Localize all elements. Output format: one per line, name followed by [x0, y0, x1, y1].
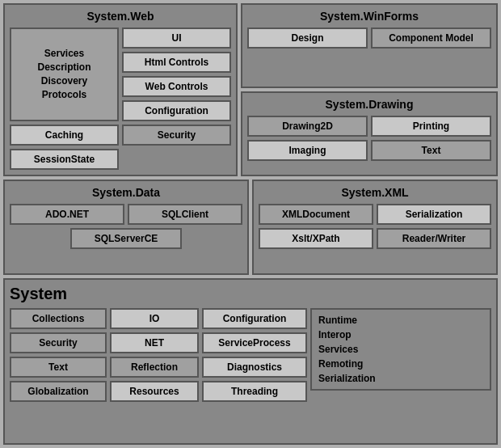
adonet-cell: ADO.NET — [10, 204, 124, 225]
system-data-panel: System.Data ADO.NET SQLClient SQLServerC… — [3, 180, 249, 275]
system-winforms-panel: System.WinForms Design Component Model — [241, 3, 498, 88]
security-cell-sys: Security — [10, 332, 107, 353]
printing-cell: Printing — [371, 116, 491, 137]
system-title: System — [10, 285, 491, 303]
system-drawing-panel: System.Drawing Drawing2D Printing Imagin… — [241, 91, 498, 176]
text-cell-sys: Text — [10, 357, 107, 378]
threading-cell: Threading — [202, 381, 307, 402]
system-panel: System Collections Security Text Globali… — [3, 278, 498, 445]
serviceprocess-cell: ServiceProcess — [202, 332, 307, 353]
system-col3: Configuration ServiceProcess Diagnostics… — [202, 308, 307, 402]
design-cell: Design — [247, 27, 368, 49]
drawing-text-cell: Text — [371, 140, 491, 161]
system-col1: Collections Security Text Globalization — [10, 308, 107, 402]
xml-title: System.XML — [259, 186, 491, 199]
xmldocument-cell: XMLDocument — [259, 204, 373, 225]
system-col4: RuntimeInteropServicesRemotingSerializat… — [310, 308, 491, 402]
collections-cell: Collections — [10, 308, 107, 329]
imaging-cell: Imaging — [247, 140, 368, 161]
sessionstate-cell: SessionState — [10, 149, 119, 170]
configuration-cell-web: Configuration — [122, 100, 231, 121]
configuration-cell-sys: Configuration — [202, 308, 307, 329]
globalization-cell: Globalization — [10, 381, 107, 402]
sqlserverce-cell: SQLServerCE — [70, 228, 182, 249]
caching-cell: Caching — [10, 125, 119, 146]
drawing-title: System.Drawing — [247, 98, 491, 111]
runtime-cell: RuntimeInteropServicesRemotingSerializat… — [310, 308, 491, 391]
reflection-cell: Reflection — [110, 357, 199, 378]
winforms-title: System.WinForms — [247, 10, 491, 23]
drawing2d-cell: Drawing2D — [247, 116, 368, 137]
io-cell: IO — [110, 308, 199, 329]
security-cell-web: Security — [122, 125, 231, 146]
componentmodel-cell: Component Model — [371, 27, 491, 49]
services-cell: Services Description Discovery Protocols — [10, 27, 119, 121]
data-title: System.Data — [10, 186, 242, 199]
system-content: Collections Security Text Globalization … — [10, 308, 491, 402]
ui-cell: UI — [122, 27, 231, 49]
resources-cell: Resources — [110, 381, 199, 402]
serialization-cell: Serialization — [377, 204, 491, 225]
system-xml-panel: System.XML XMLDocument Serialization Xsl… — [252, 180, 498, 275]
system-web-panel: System.Web Services Description Discover… — [3, 3, 238, 176]
webcontrols-cell: Web Controls — [122, 76, 231, 97]
xsltxpath-cell: Xslt/XPath — [259, 228, 373, 249]
sqlclient-cell: SQLClient — [128, 204, 242, 225]
htmlcontrols-cell: Html Controls — [122, 52, 231, 73]
readerwriter-cell: Reader/Writer — [377, 228, 491, 249]
system-web-title: System.Web — [10, 10, 231, 23]
system-col2: IO NET Reflection Resources — [110, 308, 199, 402]
diagnostics-cell: Diagnostics — [202, 357, 307, 378]
net-cell: NET — [110, 332, 199, 353]
